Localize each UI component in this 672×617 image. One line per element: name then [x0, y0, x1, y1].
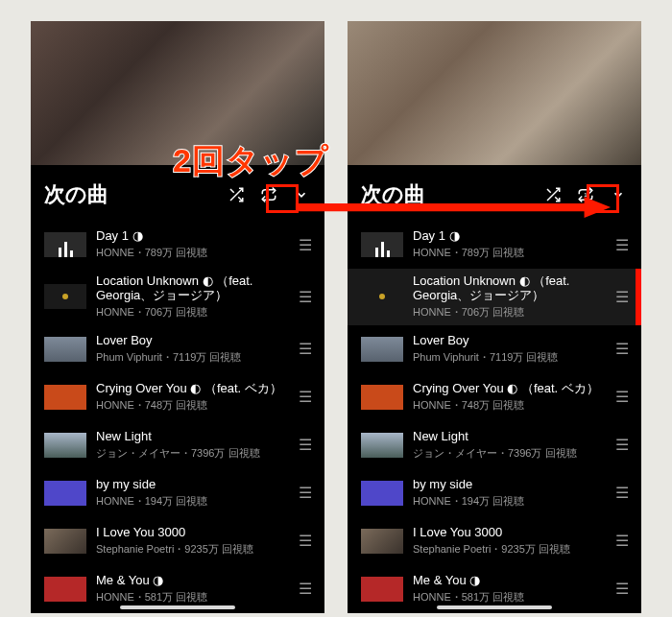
drag-handle-icon[interactable]: ☰: [296, 236, 315, 254]
song-meta: HONNE・748万 回視聴: [413, 398, 603, 413]
song-thumbnail: [361, 481, 403, 506]
drag-handle-icon[interactable]: ☰: [612, 484, 632, 502]
list-item[interactable]: I Love You 3000Stephanie Poetri・9235万 回視…: [31, 517, 324, 565]
song-thumbnail: [44, 337, 86, 362]
song-thumbnail: [44, 529, 86, 554]
song-meta: ジョン・メイヤー・7396万 回視聴: [96, 446, 286, 461]
song-title: New Light: [413, 430, 603, 444]
now-playing-equalizer-icon: [361, 232, 403, 257]
drag-handle-icon[interactable]: ☰: [612, 580, 632, 598]
drag-handle-icon[interactable]: ☰: [296, 288, 315, 306]
song-meta: HONNE・194万 回視聴: [96, 494, 286, 509]
song-thumbnail: [361, 284, 403, 309]
drag-handle-icon[interactable]: ☰: [296, 340, 315, 358]
song-meta: HONNE・748万 回視聴: [96, 398, 286, 413]
drag-handle-icon[interactable]: ☰: [296, 580, 315, 598]
song-title: Day 1 ◑: [413, 229, 603, 244]
list-item[interactable]: Location Unknown ◐ （feat. Georgia、ジョージア）…: [348, 269, 641, 325]
song-title: Crying Over You ◐ （feat. ベカ）: [413, 382, 603, 396]
song-meta: Stephanie Poetri・9235万 回視聴: [96, 542, 286, 557]
active-row-marker: [636, 269, 641, 325]
up-next-list: Day 1 ◑HONNE・789万 回視聴 ☰ Location Unknown…: [348, 221, 641, 613]
list-item[interactable]: New Lightジョン・メイヤー・7396万 回視聴 ☰: [348, 421, 641, 469]
song-thumbnail: [44, 284, 86, 309]
song-thumbnail: [44, 433, 86, 458]
phone-screen-left: 次の曲 Day 1 ◑HONNE・789万 回視聴 ☰: [31, 21, 324, 613]
song-meta: Phum Viphurit・7119万 回視聴: [413, 350, 603, 365]
drag-handle-icon[interactable]: ☰: [612, 236, 632, 254]
song-meta: ジョン・メイヤー・7396万 回視聴: [413, 446, 603, 461]
song-meta: HONNE・581万 回視聴: [413, 590, 603, 605]
song-meta: Stephanie Poetri・9235万 回視聴: [413, 542, 603, 557]
up-next-list: Day 1 ◑HONNE・789万 回視聴 ☰ Location Unknown…: [31, 221, 324, 613]
song-meta: HONNE・194万 回視聴: [413, 494, 603, 509]
song-title: Location Unknown ◐ （feat. Georgia、ジョージア）: [96, 274, 286, 303]
list-item[interactable]: I Love You 3000Stephanie Poetri・9235万 回視…: [348, 517, 641, 565]
song-thumbnail: [44, 385, 86, 410]
song-title: Me & You ◑: [413, 574, 603, 588]
chevron-down-icon[interactable]: [605, 181, 632, 208]
annotation-text: 2回タップ: [173, 139, 329, 183]
song-title: I Love You 3000: [413, 526, 603, 540]
home-indicator: [120, 605, 235, 609]
song-thumbnail: [361, 529, 403, 554]
song-thumbnail: [361, 385, 403, 410]
now-playing-equalizer-icon: [44, 232, 86, 257]
song-meta: HONNE・706万 回視聴: [96, 305, 286, 320]
drag-handle-icon[interactable]: ☰: [612, 340, 632, 358]
song-meta: HONNE・706万 回視聴: [413, 305, 603, 320]
list-item[interactable]: by my sideHONNE・194万 回視聴 ☰: [348, 469, 641, 517]
list-item[interactable]: Location Unknown ◐ （feat. Georgia、ジョージア）…: [31, 269, 324, 325]
song-thumbnail: [361, 433, 403, 458]
song-title: Lover Boy: [413, 334, 603, 348]
song-title: Day 1 ◑: [96, 229, 286, 244]
list-item[interactable]: New Lightジョン・メイヤー・7396万 回視聴 ☰: [31, 421, 324, 469]
shuffle-icon[interactable]: [540, 181, 566, 208]
home-indicator: [437, 605, 552, 609]
section-title: 次の曲: [361, 180, 425, 209]
drag-handle-icon[interactable]: ☰: [612, 532, 632, 550]
song-title: by my side: [413, 478, 603, 492]
song-thumbnail: [44, 481, 86, 506]
chevron-down-icon[interactable]: [288, 181, 315, 208]
song-title: New Light: [96, 430, 286, 444]
list-item[interactable]: Lover BoyPhum Viphurit・7119万 回視聴 ☰: [31, 325, 324, 373]
list-item[interactable]: Lover BoyPhum Viphurit・7119万 回視聴 ☰: [348, 325, 641, 373]
song-meta: Phum Viphurit・7119万 回視聴: [96, 350, 286, 365]
repeat-one-icon[interactable]: 1: [572, 181, 599, 208]
song-title: Lover Boy: [96, 334, 286, 348]
phone-screen-right: 次の曲 1 Day 1 ◑HONNE・789万 回視聴 ☰: [348, 21, 641, 613]
drag-handle-icon[interactable]: ☰: [612, 436, 632, 454]
list-item[interactable]: by my sideHONNE・194万 回視聴 ☰: [31, 469, 324, 517]
drag-handle-icon[interactable]: ☰: [296, 388, 315, 406]
song-title: Location Unknown ◐ （feat. Georgia、ジョージア）: [413, 274, 603, 303]
song-title: I Love You 3000: [96, 526, 286, 540]
song-meta: HONNE・789万 回視聴: [96, 246, 286, 260]
list-item[interactable]: Day 1 ◑HONNE・789万 回視聴 ☰: [348, 221, 641, 269]
svg-text:1: 1: [584, 192, 588, 198]
drag-handle-icon[interactable]: ☰: [296, 484, 315, 502]
song-title: by my side: [96, 478, 286, 492]
song-title: Crying Over You ◐ （feat. ベカ）: [96, 382, 286, 396]
video-thumbnail[interactable]: [348, 21, 641, 165]
song-title: Me & You ◑: [96, 574, 286, 588]
section-header: 次の曲 1: [348, 165, 641, 221]
drag-handle-icon[interactable]: ☰: [612, 288, 632, 306]
list-item[interactable]: Crying Over You ◐ （feat. ベカ）HONNE・748万 回…: [348, 373, 641, 421]
song-thumbnail: [361, 337, 403, 362]
section-title: 次の曲: [44, 180, 108, 209]
list-item[interactable]: Day 1 ◑HONNE・789万 回視聴 ☰: [31, 221, 324, 269]
drag-handle-icon[interactable]: ☰: [296, 436, 315, 454]
drag-handle-icon[interactable]: ☰: [296, 532, 315, 550]
song-thumbnail: [44, 577, 86, 602]
song-thumbnail: [361, 577, 403, 602]
song-meta: HONNE・581万 回視聴: [96, 590, 286, 605]
list-item[interactable]: Crying Over You ◐ （feat. ベカ）HONNE・748万 回…: [31, 373, 324, 421]
song-meta: HONNE・789万 回視聴: [413, 246, 603, 260]
shuffle-icon[interactable]: [223, 181, 250, 208]
drag-handle-icon[interactable]: ☰: [612, 388, 632, 406]
repeat-icon[interactable]: [255, 181, 282, 208]
